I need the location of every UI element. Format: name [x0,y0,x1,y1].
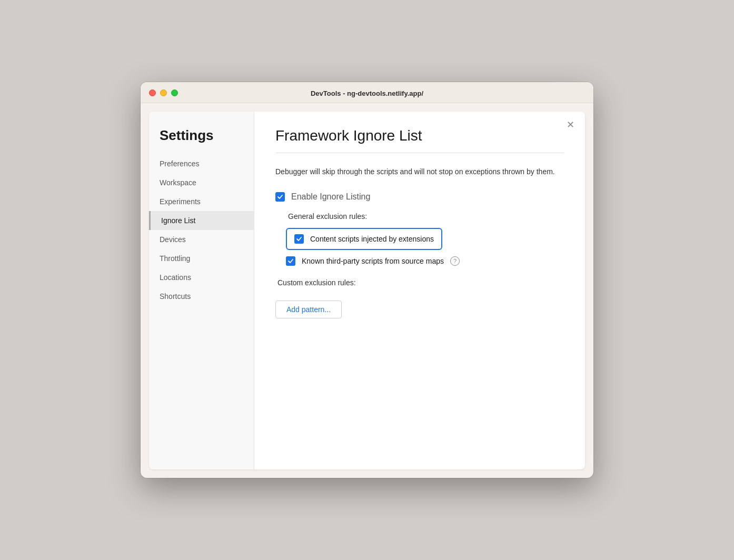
third-party-scripts-label: Known third-party scripts from source ma… [302,257,444,265]
sidebar-item-experiments[interactable]: Experiments [149,192,254,211]
sidebar-item-throttling[interactable]: Throttling [149,249,254,268]
exclusion-rules-section: General exclusion rules: Content scripts… [286,212,564,266]
description: Debugger will skip through the scripts a… [275,166,564,177]
close-traffic-light[interactable] [149,89,156,96]
window-body: Settings Preferences Workspace Experimen… [149,112,585,469]
sidebar-heading: Settings [149,122,254,154]
add-pattern-button[interactable]: Add pattern... [275,301,342,318]
content-scripts-checkmark-icon [296,236,302,242]
info-icon[interactable]: ? [450,256,460,266]
third-party-checkmark-icon [287,258,294,264]
content-scripts-row: Content scripts injected by extensions [286,228,442,250]
enable-ignore-listing-row: Enable Ignore Listing [275,192,564,202]
enable-ignore-listing-label: Enable Ignore Listing [291,192,370,202]
custom-exclusion-section: Custom exclusion rules: Add pattern... [275,278,564,318]
maximize-traffic-light[interactable] [171,89,178,96]
minimize-traffic-light[interactable] [160,89,167,96]
sidebar: Settings Preferences Workspace Experimen… [149,112,254,469]
titlebar: DevTools - ng-devtools.netlify.app/ [141,82,593,103]
page-title: Framework Ignore List [275,127,564,144]
sidebar-item-locations[interactable]: Locations [149,268,254,287]
content-scripts-label: Content scripts injected by extensions [310,235,434,243]
traffic-lights [149,89,178,96]
custom-exclusion-label: Custom exclusion rules: [277,278,564,287]
third-party-scripts-checkbox[interactable] [286,256,295,266]
window-title: DevTools - ng-devtools.netlify.app/ [311,89,423,97]
third-party-scripts-row: Known third-party scripts from source ma… [286,256,564,266]
enable-ignore-listing-checkbox[interactable] [275,192,285,202]
general-exclusion-label: General exclusion rules: [288,212,564,221]
divider [275,153,564,153]
close-button[interactable]: ✕ [567,120,574,129]
devtools-window: DevTools - ng-devtools.netlify.app/ Sett… [141,82,593,478]
sidebar-item-devices[interactable]: Devices [149,230,254,249]
main-content: ✕ Framework Ignore List Debugger will sk… [254,112,585,469]
sidebar-item-ignore-list[interactable]: Ignore List [149,211,254,230]
sidebar-item-workspace[interactable]: Workspace [149,173,254,192]
checkmark-icon [277,194,283,200]
sidebar-item-shortcuts[interactable]: Shortcuts [149,287,254,306]
sidebar-item-preferences[interactable]: Preferences [149,154,254,173]
content-scripts-checkbox[interactable] [294,234,304,244]
